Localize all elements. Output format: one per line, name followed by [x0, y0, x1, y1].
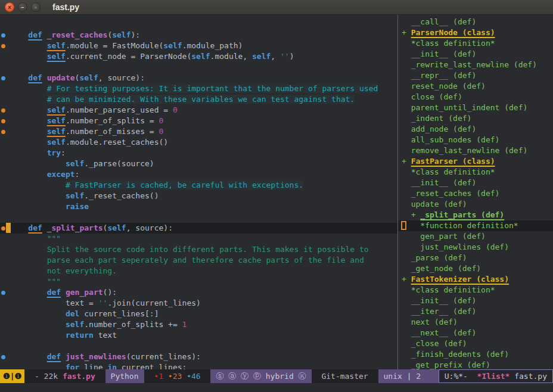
- modeline: ❶|❶ - 22k fast.py Python •1 •23 •46 ⓢ ⓐ …: [0, 369, 553, 383]
- imenu-entry[interactable]: _close (def): [398, 338, 553, 349]
- window-number-indicator[interactable]: ❶|❶: [0, 369, 24, 383]
- titlebar[interactable]: × − ▫ fast.py: [0, 0, 553, 15]
- imenu-entry[interactable]: __init__ (def): [398, 49, 553, 60]
- imenu-entry[interactable]: _reset_caches (def): [398, 188, 553, 199]
- code-line[interactable]: def _split_parts(self, source):: [0, 223, 397, 234]
- close-button[interactable]: ×: [5, 2, 14, 12]
- code-line[interactable]: parse each part seperately and therefore…: [0, 255, 397, 266]
- imenu-entry[interactable]: __repr__ (def): [398, 70, 553, 81]
- imenu-entry[interactable]: _finish_dedents (def): [398, 349, 553, 360]
- code-line[interactable]: raise: [0, 201, 397, 212]
- code-line[interactable]: [0, 341, 397, 351]
- encoding-position[interactable]: unix | 2: [378, 369, 439, 383]
- code-line[interactable]: self.number_of_misses = 0: [0, 126, 397, 137]
- code-line[interactable]: [0, 62, 397, 73]
- imenu-sidebar[interactable]: __call__ (def)+ ParserNode (class) *clas…: [398, 15, 553, 369]
- code-line[interactable]: [0, 19, 397, 30]
- code-line[interactable]: for line in current_lines:: [0, 362, 397, 369]
- imenu-entry[interactable]: __init__ (def): [398, 178, 553, 188]
- imenu-entry[interactable]: *class definition*: [398, 167, 553, 178]
- ilist-modeline-text: U:%*-: [445, 372, 477, 381]
- imenu-entry[interactable]: + FastTokenizer (class): [398, 274, 553, 285]
- flycheck-warning-dot-icon: [0, 126, 10, 137]
- imenu-entry-prefix: +: [402, 210, 420, 219]
- imenu-entry[interactable]: + FastParser (class): [398, 156, 553, 167]
- code-line[interactable]: not everything.: [0, 266, 397, 276]
- imenu-entry[interactable]: parent_until_indent (def): [398, 102, 553, 113]
- imenu-entry[interactable]: __init__ (def): [398, 295, 553, 306]
- flycheck-counts[interactable]: •1 •23 •46: [144, 369, 211, 383]
- code-line[interactable]: self._reset_caches(): [0, 191, 397, 201]
- ilist-modeline[interactable]: U:%*- *Ilist* fast.py: [439, 369, 553, 383]
- imenu-entry[interactable]: __call__ (def): [398, 17, 553, 27]
- code-line[interactable]: text = ''.join(current_lines): [0, 298, 397, 309]
- imenu-entry[interactable]: update (def): [398, 199, 553, 210]
- imenu-entry[interactable]: *function definition*: [398, 220, 553, 231]
- code-line[interactable]: # can be minimized. With these variables…: [0, 94, 397, 105]
- imenu-entry-label: next (def): [411, 318, 458, 326]
- code-line[interactable]: try:: [0, 148, 397, 158]
- version-control[interactable]: Git-master: [312, 369, 378, 383]
- fringe: [0, 180, 10, 191]
- imenu-entry[interactable]: add_node (def): [398, 124, 553, 135]
- imenu-entry-label: all_sub_nodes (def): [411, 135, 500, 144]
- editor-pane[interactable]: def _reset_caches(self): self.module = F…: [0, 15, 397, 369]
- maximize-button[interactable]: ▫: [31, 2, 41, 12]
- buffer-info[interactable]: - 22k fast.py: [24, 369, 105, 383]
- imenu-entry-prefix: [402, 200, 411, 209]
- imenu-entry[interactable]: *class definition*: [398, 38, 553, 49]
- imenu-entry-label: _reset_caches (def): [411, 189, 500, 198]
- imenu-entry[interactable]: + _split_parts (def): [398, 210, 553, 220]
- imenu-entry-label: _rewrite_last_newline (def): [411, 60, 537, 69]
- imenu-entry[interactable]: _indent (def): [398, 113, 553, 124]
- imenu-entry[interactable]: _parse (def): [398, 253, 553, 263]
- imenu-entry[interactable]: _get_node (def): [398, 263, 553, 274]
- code-line[interactable]: self.module = FastModule(self.module_pat…: [0, 41, 397, 51]
- code-line[interactable]: """: [0, 234, 397, 244]
- code-line[interactable]: [0, 212, 397, 223]
- imenu-entry[interactable]: next (def): [398, 317, 553, 328]
- code-line[interactable]: def update(self, source):: [0, 73, 397, 83]
- code-line[interactable]: self.number_of_splits += 1: [0, 319, 397, 330]
- code-line[interactable]: """: [0, 276, 397, 287]
- code-line[interactable]: except:: [0, 169, 397, 180]
- imenu-entry[interactable]: __next__ (def): [398, 328, 553, 338]
- echo-area[interactable]: [0, 383, 553, 392]
- major-mode[interactable]: Python: [105, 369, 144, 383]
- imenu-entry[interactable]: close (def): [398, 92, 553, 102]
- imenu-entry-label: just_newlines (def): [420, 242, 509, 251]
- fringe: [0, 341, 10, 351]
- code-text: text = ''.join(current_lines): [10, 298, 201, 309]
- code-line[interactable]: return text: [0, 330, 397, 341]
- code-line[interactable]: def _reset_caches(self):: [0, 30, 397, 41]
- imenu-entry-prefix: [402, 339, 411, 348]
- minor-modes-text: ⓢ ⓐ ⓨ ⓟ: [216, 372, 265, 381]
- code-line[interactable]: # FastParser is cached, be careful with …: [0, 180, 397, 191]
- minimize-button[interactable]: −: [18, 2, 27, 12]
- imenu-entry[interactable]: gen_part (def): [398, 231, 553, 242]
- code-line[interactable]: self.number_of_splits = 0: [0, 116, 397, 126]
- code-line[interactable]: self._parse(source): [0, 158, 397, 169]
- imenu-entry-label: *class definition*: [411, 39, 495, 48]
- imenu-entry[interactable]: _rewrite_last_newline (def): [398, 60, 553, 70]
- code-line[interactable]: Split the source code into different par…: [0, 244, 397, 255]
- code-text: def update(self, source):: [10, 73, 145, 83]
- minor-modes[interactable]: ⓢ ⓐ ⓨ ⓟ hybrid Ⓚ: [210, 369, 311, 383]
- code-line[interactable]: del current_lines[:]: [0, 309, 397, 319]
- imenu-entry[interactable]: *class definition*: [398, 285, 553, 295]
- imenu-entry[interactable]: just_newlines (def): [398, 242, 553, 253]
- code-line[interactable]: def just_newlines(current_lines):: [0, 351, 397, 362]
- imenu-entry[interactable]: all_sub_nodes (def): [398, 135, 553, 145]
- imenu-entry[interactable]: remove_last_newline (def): [398, 145, 553, 156]
- code-line[interactable]: self.current_node = ParserNode(self.modu…: [0, 51, 397, 62]
- hollow-cursor: [401, 221, 406, 230]
- minor-modes-text: hybrid: [266, 372, 294, 381]
- code-line[interactable]: self.number_parsers_used = 0: [0, 105, 397, 116]
- imenu-entry[interactable]: + ParserNode (class): [398, 27, 553, 38]
- imenu-entry[interactable]: __iter__ (def): [398, 306, 553, 317]
- imenu-entry[interactable]: reset_node (def): [398, 81, 553, 92]
- code-line[interactable]: def gen_part():: [0, 287, 397, 298]
- code-line[interactable]: # For testing purposes: It is important …: [0, 83, 397, 94]
- imenu-entry[interactable]: _get_prefix (def): [398, 360, 553, 369]
- code-line[interactable]: self.module.reset_caches(): [0, 137, 397, 148]
